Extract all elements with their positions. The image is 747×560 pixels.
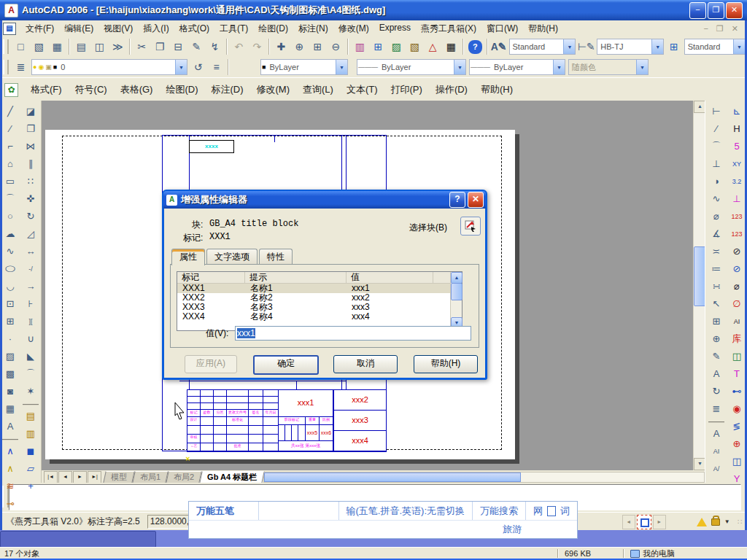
tab-nav-|◄[interactable]: |◄ <box>44 471 58 483</box>
new-icon[interactable]: □ <box>12 38 30 56</box>
quick-leader-icon[interactable]: ↖ <box>707 295 726 312</box>
minimize-button[interactable]: − <box>689 2 706 19</box>
toolbar-grip[interactable] <box>3 60 9 74</box>
yx-h-dim-icon[interactable]: H <box>727 120 746 137</box>
list-scrollbar[interactable]: ▲ ▼ <box>450 272 462 329</box>
yx-spring-icon[interactable]: ≶ <box>727 418 746 435</box>
yx-menu-item-格式(F)[interactable]: 格式(F) <box>24 82 69 98</box>
yx-sheet-icon[interactable]: ▱ <box>21 460 40 477</box>
yx-leader-5-icon[interactable]: 5 <box>727 138 746 155</box>
layer-previous-icon[interactable]: ↺ <box>189 58 207 77</box>
cancel-button[interactable]: 取消 <box>333 355 398 373</box>
yx-block-tool-icon[interactable]: ◼ <box>21 443 40 459</box>
attr-row-XXX1[interactable]: XXX1名称1xxx1 <box>177 284 462 293</box>
close-button[interactable]: ✕ <box>726 2 743 19</box>
undo-icon[interactable]: ↶ <box>230 38 248 56</box>
pan-icon[interactable]: ✚ <box>272 38 290 56</box>
yx-menu-item-打印(P)[interactable]: 打印(P) <box>384 82 429 98</box>
save-icon[interactable]: ▦ <box>48 38 66 56</box>
revcloud-icon[interactable]: ☁ <box>1 225 20 242</box>
chevron-down-icon[interactable]: ▼ <box>175 60 187 74</box>
layer-manager-icon[interactable]: ≣ <box>12 58 30 77</box>
menu-item-燕秀工具箱(X)[interactable]: 燕秀工具箱(X) <box>416 21 481 36</box>
explode-icon[interactable]: ✶ <box>21 383 40 400</box>
text-style-combo[interactable]: Standard▼ <box>509 39 576 55</box>
mirror-icon[interactable]: ⋈ <box>21 138 40 155</box>
table-icon[interactable]: ▦ <box>1 400 20 417</box>
yx-angle-dim-icon[interactable]: ⊾ <box>727 103 746 120</box>
attr-row-XXX4[interactable]: XXX4名称4xxx4 <box>177 312 462 322</box>
dim-style-icon[interactable]: ⊢✎ <box>577 38 595 56</box>
dim-baseline-icon[interactable]: ≔ <box>707 260 726 277</box>
text-single-icon[interactable]: A <box>707 425 726 442</box>
yx-menu-item-绘图(D)[interactable]: 绘图(D) <box>159 82 204 98</box>
construction-line-icon[interactable]: ⁄ <box>1 120 20 137</box>
dim-angular-icon[interactable]: ∡ <box>707 225 726 242</box>
trim-icon[interactable]: -/ <box>21 260 40 277</box>
zoom-window-icon[interactable]: ⊞ <box>309 38 327 56</box>
dim-update-icon[interactable]: ↻ <box>707 383 726 400</box>
yx-menu-item-操作(D)[interactable]: 操作(D) <box>429 82 474 98</box>
paste-icon[interactable]: ⊟ <box>169 38 187 56</box>
dialog-title-bar[interactable]: A 增强属性编辑器 ? ✕ <box>163 191 486 209</box>
yx-number-2-icon[interactable]: 123 <box>727 225 746 242</box>
copy-icon[interactable]: ❐ <box>21 120 40 137</box>
menu-item-插入(I)[interactable]: 插入(I) <box>138 21 174 36</box>
yx-scale-bar-icon[interactable]: ▤ <box>21 408 40 424</box>
yx-number-1-icon[interactable]: 123 <box>727 208 746 225</box>
ime-search[interactable]: 万能搜索 <box>473 502 526 520</box>
ime-name[interactable]: 万能五笔 <box>189 502 259 520</box>
menu-item-工具(T)[interactable]: 工具(T) <box>214 21 253 36</box>
rectangle-icon[interactable]: ▭ <box>1 173 20 190</box>
comm-warning-icon[interactable] <box>697 518 707 526</box>
value-input[interactable]: xxx1 <box>235 326 471 341</box>
rotate-icon[interactable]: ↻ <box>21 208 40 225</box>
dim-style-icon[interactable]: ≣ <box>707 400 726 417</box>
properties-icon[interactable]: ▥ <box>351 38 369 56</box>
prev-layout-icon[interactable]: ◄ <box>622 515 635 529</box>
layout-tab-布局1[interactable]: 布局1 <box>132 471 169 483</box>
horizontal-scroll-thumb[interactable] <box>264 472 521 482</box>
table-style-combo[interactable]: Standard▼ <box>684 39 746 55</box>
extend-icon[interactable]: → <box>21 278 40 295</box>
center-mark-icon[interactable]: ⊕ <box>707 330 726 347</box>
dim-radius-icon[interactable]: ◑ <box>707 173 726 190</box>
text-style-icon[interactable]: A✎ <box>490 38 508 56</box>
yx-ruler-2-icon[interactable]: ⊸ <box>1 495 20 512</box>
yx-screw-icon[interactable]: T <box>727 365 746 382</box>
text-edit-icon[interactable]: AI <box>707 443 726 459</box>
toolbar-grip[interactable] <box>3 39 9 54</box>
zoom-previous-icon[interactable]: ⊖ <box>327 38 345 56</box>
yx-menu-item-帮助(H)[interactable]: 帮助(H) <box>474 82 519 98</box>
menu-item-Express[interactable]: Express <box>374 21 416 36</box>
yx-library-icon[interactable]: 库 <box>727 330 746 347</box>
quick-dim-icon[interactable]: ≍ <box>707 243 726 260</box>
yx-dia-dim-3-icon[interactable]: ⌀ <box>727 278 746 295</box>
zoom-realtime-icon[interactable]: ⊕ <box>290 38 309 56</box>
arc-icon[interactable]: ⌒ <box>1 190 20 207</box>
dim-text-edit-icon[interactable]: A <box>707 365 726 382</box>
publish-icon[interactable]: ≫ <box>109 38 127 56</box>
dim-ordinate-icon[interactable]: ⊥ <box>707 155 726 172</box>
sheet-set-manager-icon[interactable]: ▧ <box>406 38 424 56</box>
insert-block-icon[interactable]: ⊡ <box>1 295 20 312</box>
yx-roughness-icon[interactable]: 3.2 <box>727 173 746 190</box>
tab-nav-►|[interactable]: ►| <box>88 471 101 483</box>
dim-arc-length-icon[interactable]: ⌒ <box>707 138 726 155</box>
select-block-button[interactable] <box>460 217 481 236</box>
designcenter-icon[interactable]: ⊞ <box>369 38 387 56</box>
text-scale-icon[interactable]: A/ <box>707 460 726 477</box>
plot-icon[interactable]: ▤ <box>72 38 90 56</box>
menu-item-窗口(W)[interactable]: 窗口(W) <box>481 21 523 36</box>
array-icon[interactable]: ∷ <box>21 173 40 190</box>
cut-icon[interactable]: ✂ <box>133 38 151 56</box>
ime-net-button[interactable]: 网 <box>533 505 543 518</box>
doc-window-controls[interactable]: − ❐ ✕ <box>703 24 741 34</box>
dim-jogged-icon[interactable]: ∿ <box>707 190 726 207</box>
yx-datum-icon[interactable]: ⊥ <box>727 190 746 207</box>
yx-bracket-2-icon[interactable]: ∧ <box>1 460 20 477</box>
dialog-help-icon[interactable]: ? <box>449 192 465 208</box>
col-prompt[interactable]: 提示 <box>245 272 347 283</box>
menu-item-修改(M)[interactable]: 修改(M) <box>333 21 374 36</box>
erase-icon[interactable]: ◪ <box>21 103 40 120</box>
